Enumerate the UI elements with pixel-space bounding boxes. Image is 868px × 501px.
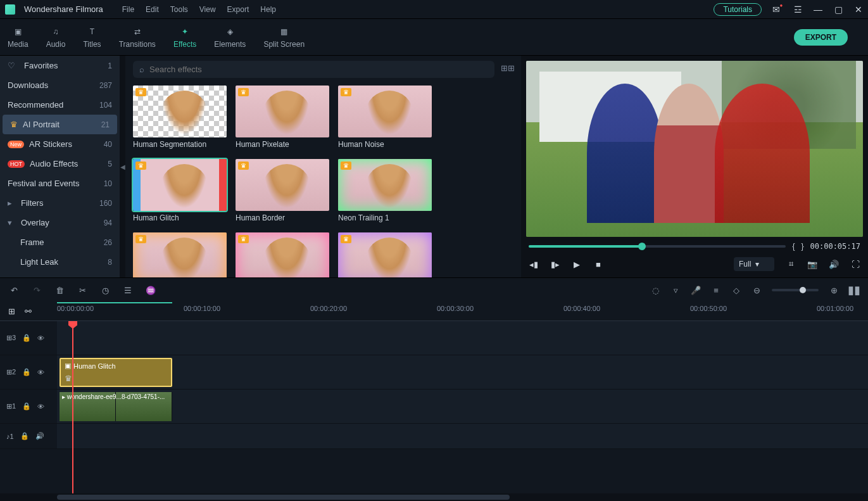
tab-elements[interactable]: ◈Elements bbox=[214, 26, 246, 49]
sidebar-item-audio-effects[interactable]: HOT Audio Effects5 bbox=[0, 154, 120, 174]
track-body[interactable]: ▸ wondershare-ee9...8-d703-4751-... bbox=[57, 390, 868, 423]
fullscreen-icon[interactable]: ⛶ bbox=[850, 260, 860, 269]
menu-export[interactable]: Export bbox=[227, 5, 249, 14]
add-track-icon[interactable]: ⊞ bbox=[6, 307, 16, 317]
premium-crown-icon: ♛ bbox=[238, 235, 249, 243]
mixer-icon[interactable]: ≡ bbox=[711, 285, 721, 295]
keyframe-icon[interactable]: ◇ bbox=[731, 285, 741, 295]
premium-crown-icon: ♛ bbox=[341, 235, 351, 243]
tab-transitions[interactable]: ⇄Transitions bbox=[119, 26, 156, 49]
marker-open[interactable]: { bbox=[792, 242, 795, 251]
effect-neon-trailing-1[interactable]: ♛Neon Trailing 1 bbox=[338, 159, 432, 222]
sidebar-item-ar-stickers[interactable]: New AR Stickers40 bbox=[0, 134, 120, 154]
stop-button[interactable]: ■ bbox=[593, 260, 603, 269]
sidebar-item-overlay[interactable]: ▾ Overlay94 bbox=[0, 213, 120, 232]
volume-icon[interactable]: 🔊 bbox=[35, 432, 44, 440]
clip-effect[interactable]: ▣Human Glitch♛ bbox=[60, 358, 172, 387]
sidebar-item-festival-and-events[interactable]: Festival and Events10 bbox=[0, 174, 120, 193]
timeline-ruler[interactable]: 00:00:00:0000:00:10:0000:00:20:0000:00:3… bbox=[57, 302, 868, 320]
zoom-in-icon[interactable]: ⊕ bbox=[829, 285, 839, 295]
sidebar-item-filters[interactable]: ▸ Filters160 bbox=[0, 193, 120, 213]
lock-icon[interactable]: 🔒 bbox=[22, 368, 31, 376]
hot-badge: HOT bbox=[8, 160, 25, 168]
tab-effects[interactable]: ✦Effects bbox=[173, 26, 196, 49]
chevron-down-icon: ▾ bbox=[8, 218, 12, 227]
link-icon[interactable]: ⚯ bbox=[23, 307, 33, 317]
search-effects[interactable]: ⌕ bbox=[133, 61, 494, 78]
playhead[interactable] bbox=[72, 321, 73, 493]
tutorials-button[interactable]: Tutorials bbox=[714, 3, 762, 16]
display-icon[interactable]: ⌗ bbox=[786, 259, 796, 269]
track-body[interactable] bbox=[57, 424, 868, 448]
visibility-icon[interactable]: 👁 bbox=[37, 403, 44, 410]
menu-edit[interactable]: Edit bbox=[146, 5, 159, 14]
prev-frame-button[interactable]: ◂▮ bbox=[529, 260, 539, 269]
adjust-icon[interactable]: ☰ bbox=[123, 285, 133, 295]
effect-item[interactable]: ♛ bbox=[133, 232, 227, 277]
visibility-icon[interactable]: 👁 bbox=[37, 334, 44, 342]
sidebar-item-ai-portrait[interactable]: ♛ AI Portrait21 bbox=[3, 115, 117, 134]
sidebar-item-downloads[interactable]: Downloads287 bbox=[0, 75, 120, 95]
heart-icon: ♡ bbox=[8, 61, 15, 70]
menu-file[interactable]: File bbox=[122, 5, 134, 14]
export-button[interactable]: EXPORT bbox=[794, 29, 848, 46]
sidebar-collapse-handle[interactable]: ◀ bbox=[120, 56, 125, 277]
cut-icon[interactable]: ✂ bbox=[77, 285, 87, 295]
close-button[interactable]: ✕ bbox=[854, 5, 863, 14]
zoom-out-icon[interactable]: ⊖ bbox=[752, 285, 762, 295]
record-voice-icon[interactable]: 🎤 bbox=[691, 285, 701, 295]
delete-icon[interactable]: 🗑 bbox=[54, 285, 65, 295]
effect-human-border[interactable]: ♛Human Border bbox=[236, 159, 329, 222]
zoom-fit-icon[interactable]: ▮▮ bbox=[849, 285, 859, 295]
effect-human-noise[interactable]: ♛Human Noise bbox=[338, 86, 432, 149]
speed-icon[interactable]: ◷ bbox=[100, 285, 110, 295]
effect-human-pixelate[interactable]: ♛Human Pixelate bbox=[236, 86, 329, 149]
notifications-icon[interactable]: ✉● bbox=[773, 5, 782, 14]
sidebar-item-light-leak[interactable]: Light Leak8 bbox=[0, 252, 120, 272]
clip-video[interactable]: ▸ wondershare-ee9...8-d703-4751-... bbox=[60, 392, 172, 421]
menu-view[interactable]: View bbox=[199, 5, 216, 14]
sidebar-item-frame[interactable]: Frame26 bbox=[0, 232, 120, 252]
marker-icon[interactable]: ▿ bbox=[670, 285, 681, 295]
premium-crown-icon: ♛ bbox=[341, 88, 351, 96]
preview-progress[interactable] bbox=[529, 245, 786, 248]
render-icon[interactable]: ◌ bbox=[650, 285, 660, 295]
app-logo-icon bbox=[5, 4, 15, 15]
quality-select[interactable]: Full ▾ bbox=[734, 257, 774, 271]
minimize-button[interactable]: — bbox=[814, 5, 822, 14]
effect-human-segmentation[interactable]: ♛Human Segmentation bbox=[133, 86, 227, 149]
track-body[interactable]: ▣Human Glitch♛ bbox=[57, 355, 868, 389]
effect-item[interactable]: ♛ bbox=[338, 232, 432, 277]
timeline-scrollbar[interactable] bbox=[0, 493, 868, 501]
next-frame-button[interactable]: ▮▸ bbox=[550, 260, 560, 269]
elements-icon: ◈ bbox=[223, 26, 236, 37]
effect-human-glitch[interactable]: ♛Human Glitch bbox=[133, 159, 227, 222]
grid-view-icon[interactable]: ⊞⊞ bbox=[501, 63, 513, 76]
redo-icon[interactable]: ↷ bbox=[32, 285, 42, 295]
sidebar-item-recommended[interactable]: Recommended104 bbox=[0, 95, 120, 115]
effect-item[interactable]: ♛ bbox=[236, 232, 329, 277]
zoom-slider[interactable] bbox=[772, 289, 819, 291]
search-input[interactable] bbox=[149, 65, 488, 74]
tab-split-screen[interactable]: ▦Split Screen bbox=[263, 26, 305, 49]
maximize-button[interactable]: ▢ bbox=[834, 5, 843, 14]
play-button[interactable]: ▶ bbox=[572, 260, 582, 269]
tab-titles[interactable]: TTitles bbox=[83, 26, 101, 49]
sidebar-item-favorites[interactable]: ♡ Favorites1 bbox=[0, 56, 120, 75]
tab-audio[interactable]: ♫Audio bbox=[46, 26, 66, 49]
track-body[interactable] bbox=[57, 321, 868, 355]
volume-icon[interactable]: 🔊 bbox=[829, 260, 839, 269]
menu-tools[interactable]: Tools bbox=[170, 5, 188, 14]
settings-list-icon[interactable]: ☲ bbox=[793, 5, 802, 14]
marker-close[interactable]: } bbox=[802, 242, 804, 251]
preview-video[interactable] bbox=[526, 61, 863, 237]
lock-icon[interactable]: 🔒 bbox=[22, 334, 31, 342]
lock-icon[interactable]: 🔒 bbox=[22, 402, 31, 410]
snapshot-icon[interactable]: 📷 bbox=[807, 260, 817, 269]
audio-wave-icon[interactable]: ♒ bbox=[146, 285, 156, 295]
undo-icon[interactable]: ↶ bbox=[9, 285, 19, 295]
tab-media[interactable]: ▣Media bbox=[8, 26, 28, 49]
menu-help[interactable]: Help bbox=[260, 5, 276, 14]
visibility-icon[interactable]: 👁 bbox=[37, 369, 44, 376]
lock-icon[interactable]: 🔒 bbox=[20, 432, 29, 440]
